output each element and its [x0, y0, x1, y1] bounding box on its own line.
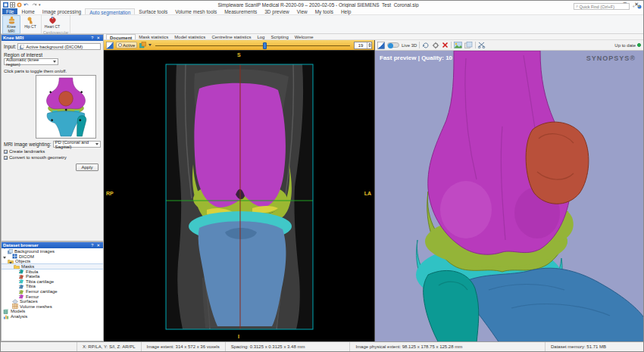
active-view-toggle[interactable]: Active — [116, 42, 137, 48]
tree-label: Tibia cartilage — [26, 279, 54, 284]
doc-tab-centreline-statistics[interactable]: Centreline statistics — [208, 34, 254, 39]
knee-mri-button[interactable]: Knee MRI — [2, 15, 20, 34]
knee-diagram-svg — [36, 76, 95, 138]
style-icon[interactable] — [637, 5, 642, 9]
cancel-preview-icon[interactable] — [442, 42, 449, 48]
redo-icon[interactable] — [31, 2, 37, 8]
orientation-label-la: LA — [364, 191, 371, 196]
tab-image-processing[interactable]: Image processing — [39, 8, 85, 14]
scanip-window: ▾ Simpleware ScanIP Medical R-2020-09 – … — [0, 0, 644, 352]
tree-item-patella[interactable]: Patella — [2, 274, 103, 279]
knee-panel-close-button[interactable]: ✕ — [95, 36, 102, 40]
roi-dropdown[interactable]: Automatic (knee region) — [4, 58, 58, 65]
chevron-down-icon[interactable] — [148, 44, 152, 46]
app-logo-icon[interactable] — [3, 2, 8, 8]
preview-3d-pane: Live 3D Up to date — [375, 40, 643, 341]
tree-item-masks[interactable]: Masks — [2, 264, 103, 269]
tree-item-models[interactable]: Models — [2, 309, 103, 314]
knee-panel-help-button[interactable]: ? — [89, 36, 95, 40]
orientation-label-rp: RP — [106, 191, 114, 196]
tab-file[interactable]: File — [2, 8, 17, 14]
tree-label: Femur cartilage — [26, 289, 58, 294]
spin-up-icon[interactable] — [368, 43, 371, 45]
tab-my-tools[interactable]: My tools — [311, 8, 337, 14]
mri-slice-image[interactable] — [104, 51, 374, 341]
maximize-view-icon[interactable] — [106, 42, 114, 49]
refresh-preview-icon[interactable] — [422, 42, 430, 49]
input-field[interactable]: Active background (DICOM) — [17, 43, 101, 50]
qat-dropdown-icon[interactable]: ▾ — [39, 2, 41, 7]
knee-diagram — [36, 75, 96, 139]
tree-item-analysis[interactable]: Analysis — [2, 314, 103, 319]
document-tab-bar: Document Mask statistics Model statistic… — [104, 34, 643, 40]
spin-down-icon[interactable] — [368, 45, 371, 47]
tab-view[interactable]: View — [293, 8, 311, 14]
update-settings-icon[interactable] — [432, 42, 439, 49]
create-landmarks-row: Create landmarks — [4, 149, 101, 154]
knee-3d-model[interactable] — [375, 51, 643, 341]
smooth-geometry-checkbox[interactable] — [4, 156, 8, 160]
layout-icon[interactable] — [10, 2, 15, 8]
tree-item-tibia[interactable]: Tibia — [2, 284, 103, 289]
knee-mri-label: Knee MRI — [3, 25, 20, 33]
doc-tab-log[interactable]: Log — [254, 34, 267, 39]
mask-femur-icon — [18, 294, 24, 299]
live-3d-label: Live 3D — [402, 43, 417, 48]
dicom-stack-icon — [20, 45, 24, 49]
tab-volume-mesh-tools[interactable]: Volume mesh tools — [171, 8, 220, 14]
hip-ct-button[interactable]: Hip CT — [21, 15, 39, 34]
smooth-geometry-label: Convert to smooth geometry — [9, 155, 67, 160]
pin-ribbon-icon[interactable]: ＋ — [631, 3, 636, 10]
slice-slider[interactable] — [154, 41, 352, 50]
chevron-down-icon — [53, 61, 56, 63]
slice-viewport[interactable]: S I RP LA — [104, 51, 374, 341]
doc-tab-scripting[interactable]: Scripting — [267, 34, 291, 39]
tab-auto-segmentation[interactable]: Auto segmentation — [85, 8, 135, 14]
live-3d-toggle[interactable] — [387, 42, 399, 48]
tree-label: Tibia — [26, 284, 36, 288]
tab-3d-preview[interactable]: 3D preview — [261, 8, 293, 14]
tree-label: Patella — [26, 274, 39, 279]
tab-measurements[interactable]: Measurements — [220, 8, 261, 14]
doc-tab-document[interactable]: Document — [106, 34, 136, 39]
save-icon[interactable] — [17, 2, 22, 8]
tree-label: Fibula — [26, 269, 38, 274]
doc-tab-welcome[interactable]: Welcome — [292, 34, 317, 39]
weighting-dropdown[interactable]: PD (Coronal and Sagittal) — [53, 141, 102, 148]
undo-icon[interactable] — [23, 2, 30, 8]
overlay-layers-icon[interactable] — [139, 42, 146, 48]
create-landmarks-checkbox[interactable] — [4, 150, 8, 154]
dataset-browser-help-button[interactable]: ? — [89, 243, 95, 248]
tree-item-femur-cartilage[interactable]: Femur cartilage — [2, 289, 103, 294]
tab-help[interactable]: Help — [337, 8, 355, 14]
preview-3d-toolbar: Live 3D Up to date — [375, 40, 643, 51]
doc-tab-mask-statistics[interactable]: Mask statistics — [136, 34, 171, 39]
document-area: Document Mask statistics Model statistic… — [104, 34, 643, 341]
tree-item-tibia-cartilage[interactable]: Tibia cartilage — [2, 279, 103, 285]
quick-find-search[interactable]: ⌕ — [574, 3, 630, 10]
dataset-browser-close-button[interactable]: ✕ — [95, 243, 102, 248]
snapshot-icon[interactable] — [454, 42, 462, 48]
heart-ct-button[interactable]: Heart CT — [43, 15, 61, 30]
diagram-patella[interactable] — [59, 92, 73, 107]
tree-item-dicom[interactable]: DICOM — [2, 254, 103, 260]
slider-thumb[interactable] — [263, 42, 267, 49]
copy-view-icon[interactable] — [464, 42, 473, 48]
tree-item-volume-meshes[interactable]: Volume meshes — [2, 304, 103, 310]
tree-label: Femur — [26, 294, 39, 299]
heart-ct-icon — [48, 17, 57, 24]
preview-3d-viewport[interactable]: Fast preview | Quality: 10 SYNOPSYS® — [375, 51, 643, 341]
tab-surface-tools[interactable]: Surface tools — [135, 8, 171, 14]
slice-spinbox[interactable]: 19 — [354, 42, 372, 49]
tab-home[interactable]: Home — [17, 8, 38, 14]
tree-item-fibula[interactable]: Fibula — [2, 269, 103, 274]
heart-ct-label: Heart CT — [45, 25, 60, 30]
apply-button[interactable]: Apply — [76, 164, 98, 171]
status-physical-extent: Image physical extent: 98.125 x 178.75 x… — [349, 342, 467, 351]
diagram-fibula[interactable] — [77, 116, 86, 136]
clip-scissors-icon[interactable] — [478, 42, 486, 48]
doc-tab-model-statistics[interactable]: Model statistics — [171, 34, 208, 39]
search-input[interactable] — [579, 5, 627, 9]
knee-mri-icon — [8, 17, 16, 24]
maximize-view-icon[interactable] — [377, 42, 385, 49]
